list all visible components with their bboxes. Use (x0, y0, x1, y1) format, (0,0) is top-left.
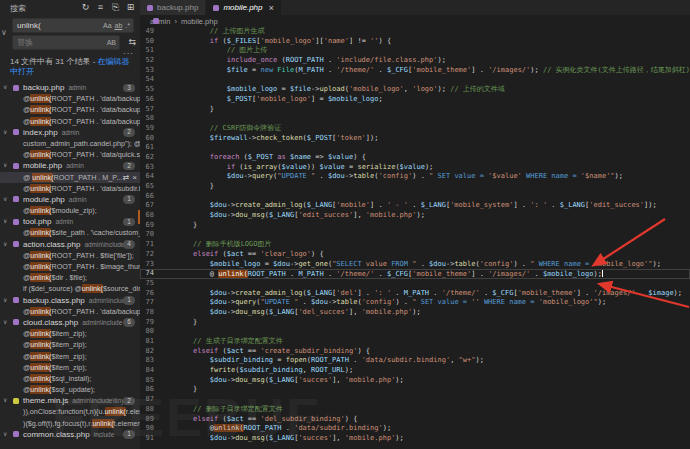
code-line[interactable]: 53 $file = new File(M_PATH . '/theme/' .… (140, 66, 690, 76)
code-line[interactable]: 70 (140, 230, 690, 240)
code-area[interactable]: 49 // 上传图片生成50 if ($_FILES['mobile_logo'… (140, 27, 690, 449)
whole-word-icon[interactable]: ab (115, 22, 123, 29)
chevron-down-icon[interactable]: ∨ (3, 317, 7, 328)
code-line[interactable]: 56 $_POST['mobile_logo'] = $mobile_logo; (140, 95, 690, 105)
preserve-case-icon[interactable]: AB (107, 39, 116, 46)
refresh-icon[interactable]: ↻ (80, 2, 91, 13)
search-result-file-row[interactable]: ∨index.phpadmin2 (0, 127, 140, 138)
search-result-match-row[interactable]: @unlink(ROOT_PATH . 'data/subdir.bin... (0, 183, 140, 194)
code-line[interactable]: 86} (140, 385, 690, 395)
code-line[interactable]: 82elseif ($act == 'create_subdir_binding… (140, 347, 690, 357)
code-line[interactable]: 60 $firewall->check_token($_POST['token'… (140, 134, 690, 144)
code-line[interactable]: 50 if ($_FILES['mobile_logo']['name'] !=… (140, 37, 690, 47)
search-result-match-row[interactable]: @unlink($item_zip); (0, 362, 140, 373)
breadcrumb-item-file[interactable]: mobile.php (181, 17, 218, 26)
search-result-match-row[interactable]: @unlink($dir . $file); (0, 272, 140, 283)
code-line[interactable]: 74 @ unlink(ROOT_PATH . M_PATH . '/theme… (140, 269, 690, 279)
tab-mobile-php[interactable]: mobile.php × (206, 0, 280, 15)
clear-search-results-icon[interactable]: ≡ (95, 2, 106, 13)
code-line[interactable]: 55 $mobile_logo = $file->upload('mobile_… (140, 85, 690, 95)
code-line[interactable]: 52 include_once (ROOT_PATH . 'include/fi… (140, 56, 690, 66)
open-new-search-editor-icon[interactable]: ⎘ (110, 2, 121, 13)
toggle-replace-chevron-icon[interactable]: ∨ (1, 28, 7, 37)
code-line[interactable]: 67 $dou->create_admin_log($_LANG['mobile… (140, 201, 690, 211)
search-result-file-row[interactable]: ∨action.class.phpadmin\include4 (0, 239, 140, 250)
code-line[interactable]: 71// 删除手机版LOGO图片 (140, 240, 690, 250)
search-result-file-row[interactable]: ∨cloud.class.phpadmin\include6 (0, 317, 140, 328)
search-result-match-row[interactable]: @unlink($item_zip); (0, 339, 140, 350)
search-result-file-row[interactable]: ∨module.phpadmin1 (0, 194, 140, 205)
code-line[interactable]: 91 $dou->dou_msg($_LANG['succes'], 'mobi… (140, 434, 690, 444)
code-line[interactable]: 80 (140, 327, 690, 337)
code-line[interactable]: 68 $dou->dou_msg($_LANG['edit_succes'], … (140, 211, 690, 221)
code-line[interactable]: 90 @unlink(ROOT_PATH . 'data/subdir.bind… (140, 424, 690, 434)
code-line[interactable]: 51 // 图片上传 (140, 46, 690, 56)
search-result-match-row[interactable]: @unlink($sql_update); (0, 384, 140, 395)
search-result-file-row[interactable]: ∨theme.min.jsadmin\include\tiny...2 (0, 395, 140, 406)
chevron-down-icon[interactable]: ∨ (3, 395, 7, 406)
chevron-down-icon[interactable]: ∨ (3, 295, 7, 306)
chevron-down-icon[interactable]: ∨ (3, 160, 7, 171)
code-line[interactable]: 85 $dou->dou_msg($_LANG['succes'], 'mobi… (140, 376, 690, 386)
code-line[interactable]: 89elseif ($act == 'del_subdir_binding') … (140, 415, 690, 425)
code-line[interactable]: 73 $mobile_logo = $dou->get_one("SELECT … (140, 260, 690, 270)
code-line[interactable]: 87 (140, 395, 690, 405)
code-line[interactable]: 62 foreach ($_POST as $name => $value) { (140, 153, 690, 163)
search-result-match-row[interactable]: if ($del_source) @unlink($source_dir . $… (0, 283, 140, 294)
code-line[interactable]: 84 fwrite($subdir_binding, ROOT_URL); (140, 366, 690, 376)
code-line[interactable]: 64 $dou->query("UPDATE " . $dou->table('… (140, 172, 690, 182)
chevron-down-icon[interactable]: ∨ (3, 216, 7, 227)
code-line[interactable]: 57 } (140, 105, 690, 115)
code-line[interactable]: 63 if (is_array($value)) $value = serial… (140, 163, 690, 173)
search-result-match-row[interactable]: @unlink(ROOT_PATH . $image_thumb); (0, 261, 140, 272)
search-result-match-row[interactable]: @unlink(ROOT_PATH . 'data/backup/' ... (0, 116, 140, 127)
search-result-match-row[interactable]: custom_admin_path.candel.php"); @un... (0, 138, 140, 149)
tab-backup-php[interactable]: backup.php (140, 0, 206, 15)
code-line[interactable]: 88// 删除子目录绑定配置文件 (140, 405, 690, 415)
code-line[interactable]: 61 (140, 143, 690, 153)
view-as-tree-icon[interactable]: ⊞ (125, 2, 136, 13)
code-line[interactable]: 78 $dou->dou_msg($_LANG['del_succes'], '… (140, 308, 690, 318)
search-result-match-row[interactable]: @unlink($module_zip); (0, 205, 140, 216)
search-result-match-row[interactable]: @unlink(ROOT_PATH . $file['file']); (0, 250, 140, 261)
replace-all-icon[interactable]: ⇆ (128, 37, 136, 47)
search-result-file-row[interactable]: ∨mobile.phpadmin2 (0, 160, 140, 171)
regex-icon[interactable]: .* (125, 22, 130, 29)
code-line[interactable]: 54 (140, 75, 690, 85)
search-result-match-row[interactable]: @unlink($sql_install); (0, 373, 140, 384)
chevron-down-icon[interactable]: ∨ (3, 127, 7, 138)
replace-input[interactable] (13, 36, 107, 49)
search-result-match-row[interactable]: @unlink(ROOT_PATH . 'data/backup/' ... (0, 104, 140, 115)
match-case-icon[interactable]: Aa (103, 22, 112, 29)
chevron-down-icon[interactable]: ∨ (3, 194, 7, 205)
search-result-file-row[interactable]: ∨tool.phpadmin1 (0, 216, 140, 227)
search-result-file-row[interactable]: ∨backup.phpadmin3 (0, 82, 140, 93)
code-line[interactable]: 79} (140, 318, 690, 328)
search-result-match-row[interactable]: )),onClose:function(t,n){u.unlink(r.elem… (0, 406, 140, 417)
code-line[interactable]: 49 // 上传图片生成 (140, 27, 690, 37)
search-result-match-row[interactable]: @unlink($site_path . '\cache/custom_a... (0, 227, 140, 238)
code-line[interactable]: 65 } (140, 182, 690, 192)
code-line[interactable]: 77 $dou->query("UPDATE " . $dou->table('… (140, 298, 690, 308)
search-result-match-row[interactable]: @unlink($item_zip); (0, 328, 140, 339)
search-result-match-row[interactable]: @unlink($item_zip); (0, 351, 140, 362)
search-result-file-row[interactable]: ∨common.class.phpinclude1 (0, 429, 140, 440)
code-line[interactable]: 58 (140, 114, 690, 124)
chevron-down-icon[interactable]: ∨ (3, 429, 7, 440)
search-result-match-row[interactable]: )($g.off(t),fg.focus(t),r.unlink(t.eleme… (0, 418, 140, 429)
chevron-down-icon[interactable]: ∨ (3, 239, 7, 250)
search-result-match-row[interactable]: @unlink(ROOT_PATH . 'data/quick.start... (0, 149, 140, 160)
code-line[interactable]: 59 // CSRF防御令牌验证 (140, 124, 690, 134)
code-line[interactable]: 76 $dou->create_admin_log($_LANG['del'] … (140, 289, 690, 299)
close-icon[interactable]: × (269, 3, 274, 13)
search-result-file-row[interactable]: ∨backup.class.phpadmin\include1 (0, 295, 140, 306)
code-line[interactable]: 83 $subdir_binding = fopen(ROOT_PATH . '… (140, 356, 690, 366)
code-line[interactable]: 75 (140, 279, 690, 289)
code-line[interactable]: 69} (140, 221, 690, 231)
search-result-match-row[interactable]: @ unlink(ROOT_PATH . M_P...⇄× (0, 172, 140, 183)
chevron-down-icon[interactable]: ∨ (3, 82, 7, 93)
dismiss-match-icon[interactable]: × (132, 172, 137, 183)
search-result-match-row[interactable]: @unlink(ROOT_PATH . 'data/backup/ta... (0, 306, 140, 317)
code-line[interactable]: 72elseif ($act == 'clear_logo') { (140, 250, 690, 260)
code-line[interactable]: 81// 生成子目录绑定配置文件 (140, 337, 690, 347)
